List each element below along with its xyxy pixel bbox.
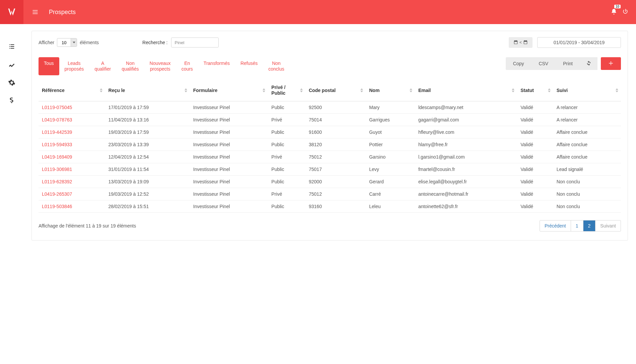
cell-cp: 93160 [305, 200, 366, 212]
reference-link[interactable]: L0119-306981 [42, 167, 72, 172]
cell-cp: 75017 [305, 163, 366, 175]
cell-suivi: Non conclu [553, 175, 621, 188]
cell-email: elise.legall@bouygtel.fr [415, 175, 517, 188]
add-button[interactable] [601, 57, 621, 70]
reference-link[interactable]: L0119-442539 [42, 129, 72, 135]
reference-link[interactable]: L0119-594933 [42, 142, 72, 147]
date-nav-button[interactable]: < [509, 37, 533, 48]
filter-tab[interactable]: Nonconclus [263, 57, 289, 75]
cell-statut: Validé [517, 200, 553, 212]
cell-privacy: Public [268, 126, 305, 138]
filter-tab[interactable]: Nonqualifiés [116, 57, 144, 75]
column-header[interactable]: Statut [517, 80, 553, 101]
column-header[interactable]: Privé /Public [268, 80, 305, 101]
filter-tab[interactable]: Leadsproposés [59, 57, 89, 75]
copy-button[interactable]: Copy [506, 57, 532, 70]
logout-button[interactable] [622, 8, 629, 16]
calendar-icon [513, 40, 518, 46]
cell-recu: 28/02/2019 à 15:51 [105, 200, 190, 212]
cell-email: fmartel@cousin.fr [415, 163, 517, 175]
cell-nom: Carré [366, 188, 415, 200]
reference-link[interactable]: L0419-169409 [42, 154, 72, 160]
filter-tab[interactable]: Nouveauxprospects [144, 57, 176, 75]
cell-recu: 11/04/2019 à 13:16 [105, 113, 190, 126]
sidebar-item-list[interactable] [8, 43, 15, 50]
pager-next[interactable]: Suivant [595, 220, 621, 231]
sidebar-item-billing[interactable] [8, 97, 15, 104]
cell-form: Investisseur Pinel [190, 126, 268, 138]
cell-email: l.garsino1@gmail.com [415, 151, 517, 163]
table-info: Affichage de l'élément 11 à 19 sur 19 él… [39, 223, 136, 229]
cell-privacy: Public [268, 163, 305, 175]
column-header[interactable]: Suivi [553, 80, 621, 101]
table-row: L0119-30698131/01/2019 à 11:54Investisse… [39, 163, 621, 175]
column-header[interactable]: Reçu le [105, 80, 190, 101]
reference-link[interactable]: L0419-265307 [42, 191, 72, 197]
sidebar-item-settings[interactable] [8, 79, 15, 86]
show-prefix-label: Afficher [39, 40, 54, 45]
menu-toggle[interactable] [23, 0, 47, 24]
filter-tab[interactable]: Aqualifier [89, 57, 116, 75]
cell-form: Investisseur Pinel [190, 163, 268, 175]
column-header[interactable]: Code postal [305, 80, 366, 101]
page-title: Prospects [49, 9, 76, 16]
column-header[interactable]: Référence [39, 80, 105, 101]
reference-link[interactable]: L0419-078763 [42, 117, 72, 122]
cell-cp: 38120 [305, 138, 366, 151]
reference-link[interactable]: L0119-628392 [42, 179, 72, 184]
refresh-button[interactable] [580, 57, 597, 70]
column-header[interactable]: Email [415, 80, 517, 101]
cell-nom: Pottier [366, 138, 415, 151]
search-input[interactable] [171, 37, 219, 48]
pager-prev[interactable]: Précédent [540, 220, 571, 231]
reference-link[interactable]: L0119-075045 [42, 105, 72, 110]
filter-tab[interactable]: Encours [176, 57, 198, 75]
logo[interactable] [0, 0, 23, 24]
table-row: L0119-44253919/03/2019 à 17:59Investisse… [39, 126, 621, 138]
table-row: L0419-07876311/04/2019 à 13:16Investisse… [39, 113, 621, 126]
cell-suivi: Affaire conclue [553, 138, 621, 151]
cell-email: ldescamps@mary.net [415, 101, 517, 113]
pager-page[interactable]: 2 [583, 220, 595, 231]
cell-privacy: Privé [268, 113, 305, 126]
page-length-input[interactable] [57, 40, 71, 45]
calendar-icon [523, 40, 528, 46]
chevron-down-icon [71, 38, 77, 47]
cell-recu: 13/03/2019 à 19:09 [105, 175, 190, 188]
cell-cp: 91600 [305, 126, 366, 138]
cell-statut: Validé [517, 138, 553, 151]
column-header[interactable]: Nom [366, 80, 415, 101]
cell-recu: 19/03/2019 à 17:59 [105, 126, 190, 138]
pager-page[interactable]: 1 [571, 220, 583, 231]
cell-nom: Gerard [366, 175, 415, 188]
cell-statut: Validé [517, 163, 553, 175]
notifications-button[interactable]: 10 [611, 8, 617, 16]
cell-form: Investisseur Pinel [190, 188, 268, 200]
cell-recu: 19/03/2019 à 12:52 [105, 188, 190, 200]
filter-tab[interactable]: Tous [39, 57, 59, 75]
filter-tab[interactable]: Refusés [235, 57, 263, 75]
cell-suivi: Non conclu [553, 188, 621, 200]
sidebar [0, 24, 23, 364]
sidebar-item-analytics[interactable] [8, 61, 15, 68]
cell-nom: Guyot [366, 126, 415, 138]
cell-statut: Validé [517, 175, 553, 188]
date-range-input[interactable] [537, 37, 621, 48]
column-header[interactable]: Formulaire [190, 80, 268, 101]
cell-statut: Validé [517, 151, 553, 163]
cell-email: antoinecarre@hotmail.fr [415, 188, 517, 200]
page-length-select[interactable] [57, 38, 77, 47]
cell-nom: Mary [366, 101, 415, 113]
cell-form: Investisseur Pinel [190, 200, 268, 212]
cell-privacy: Public [268, 175, 305, 188]
main-card: Afficher éléments Recherche : [31, 31, 628, 241]
print-button[interactable]: Print [556, 57, 580, 70]
cell-suivi: Affaire conclue [553, 126, 621, 138]
cell-form: Investisseur Pinel [190, 151, 268, 163]
filter-tabs: TousLeadsproposésAqualifierNonqualifiésN… [39, 57, 290, 75]
cell-suivi: A relancer [553, 113, 621, 126]
filter-tab[interactable]: Transformés [198, 57, 235, 75]
reference-link[interactable]: L0119-503846 [42, 204, 72, 209]
csv-button[interactable]: CSV [531, 57, 556, 70]
notification-badge: 10 [614, 5, 621, 8]
